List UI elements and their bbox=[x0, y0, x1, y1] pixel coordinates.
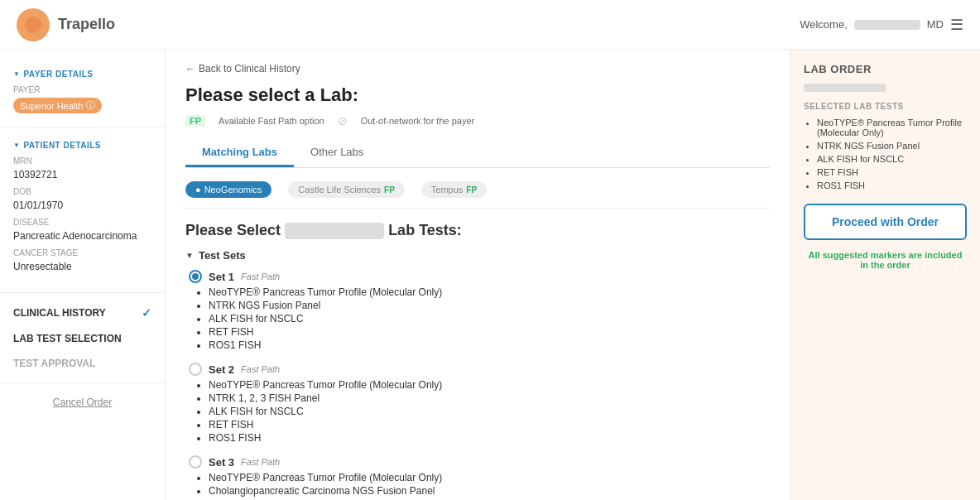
radio-set-1[interactable] bbox=[189, 270, 202, 283]
proceed-order-button[interactable]: Proceed with Order bbox=[804, 204, 967, 240]
tab-other-labs[interactable]: Other Labs bbox=[294, 139, 380, 167]
set-3-tests: NeoTYPE® Pancreas Tumor Profile (Molecul… bbox=[189, 472, 770, 497]
list-item: Cholangiopancreatic Carcinoma NGS Fusion… bbox=[209, 485, 770, 497]
list-item: RET FISH bbox=[209, 326, 770, 338]
expand-icon[interactable]: ▼ bbox=[185, 251, 194, 260]
lab-order-title: LAB ORDER bbox=[804, 63, 967, 75]
divider-1 bbox=[0, 127, 165, 127]
hamburger-icon[interactable]: ☰ bbox=[950, 16, 963, 34]
right-panel: LAB ORDER SELECTED LAB TESTS NeoTYPE® Pa… bbox=[790, 50, 980, 500]
triangle-icon: ▼ bbox=[13, 70, 20, 78]
main-content: ← Back to Clinical History Please select… bbox=[166, 50, 790, 500]
list-item: ALK FISH for NSCLC bbox=[817, 154, 967, 164]
suggestion-note: All suggested markers are included in th… bbox=[804, 250, 967, 270]
fp-indicator-castle: FP bbox=[384, 185, 395, 195]
lab-filter-row: ● NeoGenomics Castle Life Sciences FP Te… bbox=[185, 181, 770, 209]
set-2-name: Set 2 bbox=[209, 363, 234, 376]
check-icon: ✓ bbox=[142, 306, 151, 320]
info-icon: ⓘ bbox=[86, 99, 95, 112]
set-1-fastpath: Fast Path bbox=[241, 272, 280, 281]
logo-icon bbox=[17, 8, 50, 41]
list-item: ROS1 FISH bbox=[817, 180, 967, 190]
page-title: Please select a Lab: bbox=[185, 84, 770, 106]
payer-name-placeholder bbox=[804, 84, 886, 92]
set-2-fastpath: Fast Path bbox=[241, 364, 280, 374]
list-item: NeoTYPE® Pancreas Tumor Profile (Molecul… bbox=[209, 286, 770, 298]
svg-point-0 bbox=[25, 17, 41, 33]
divider-2 bbox=[0, 292, 165, 293]
disease-value: Pancreatic Adenocarcinoma bbox=[13, 230, 151, 242]
mrn-value: 10392721 bbox=[13, 169, 151, 180]
oon-icon: ⊘ bbox=[338, 114, 348, 127]
list-item: NeoTYPE® Pancreas Tumor Profile (Molecul… bbox=[209, 472, 770, 483]
radio-selected-icon: ● bbox=[195, 185, 201, 195]
patient-section-title: ▼ PATIENT DETAILS bbox=[13, 141, 151, 150]
sidebar-item-lab-test-selection[interactable]: LAB TEST SELECTION bbox=[0, 326, 165, 351]
radio-set-3[interactable] bbox=[189, 455, 202, 469]
triangle-icon-2: ▼ bbox=[13, 142, 20, 149]
sidebar-item-test-approval: TEST APPROVAL bbox=[0, 351, 165, 376]
list-item: NTRK NGS Fusion Panel bbox=[209, 300, 770, 311]
list-item: RET FISH bbox=[817, 167, 967, 177]
disease-label: DISEASE bbox=[13, 218, 151, 227]
cancel-order-button[interactable]: Cancel Order bbox=[0, 390, 165, 415]
cancer-stage-label: CANCER STAGE bbox=[13, 248, 151, 257]
fp-indicator-tempus: FP bbox=[466, 185, 477, 195]
header: Trapello Welcome, MD ☰ bbox=[0, 0, 980, 50]
list-item: RET FISH bbox=[209, 419, 770, 430]
radio-set-2[interactable] bbox=[189, 363, 202, 376]
main-layout: ▼ PAYER DETAILS PAYER Superior Health ⓘ … bbox=[0, 50, 980, 500]
selected-tests-label: SELECTED LAB TESTS bbox=[804, 102, 967, 111]
fp-legend-text: Available Fast Path option bbox=[219, 116, 324, 126]
list-item: NeoTYPE® Pancreas Tumor Profile (Molecul… bbox=[817, 118, 967, 137]
divider-3 bbox=[0, 382, 165, 383]
set-2-title-row: Set 2 Fast Path bbox=[189, 363, 770, 376]
cancer-stage-value: Unresectable bbox=[13, 261, 151, 272]
fp-badge: FP bbox=[185, 115, 205, 127]
set-1-tests: NeoTYPE® Pancreas Tumor Profile (Molecul… bbox=[189, 286, 770, 351]
mrn-label: MRN bbox=[13, 156, 151, 166]
dob-label: DOB bbox=[13, 187, 151, 196]
set-1-title-row: Set 1 Fast Path bbox=[189, 270, 770, 283]
list-item: NeoTYPE® Pancreas Tumor Profile (Molecul… bbox=[209, 379, 770, 391]
filter-pill-castle[interactable]: Castle Life Sciences FP bbox=[288, 181, 404, 198]
payer-name: Superior Health bbox=[20, 101, 83, 111]
oon-legend-text: Out-of-network for the payer bbox=[361, 116, 475, 126]
user-role: MD bbox=[927, 18, 944, 31]
set-3-fastpath: Fast Path bbox=[241, 457, 280, 467]
set-item-1: Set 1 Fast Path NeoTYPE® Pancreas Tumor … bbox=[185, 270, 770, 351]
logo-area: Trapello bbox=[17, 8, 115, 41]
header-user-area: Welcome, MD ☰ bbox=[800, 16, 963, 34]
list-item: ROS1 FISH bbox=[209, 339, 770, 351]
sidebar: ▼ PAYER DETAILS PAYER Superior Health ⓘ … bbox=[0, 50, 166, 500]
payer-badge: Superior Health ⓘ bbox=[13, 98, 102, 113]
legend-row: FP Available Fast Path option ⊘ Out-of-n… bbox=[185, 114, 770, 127]
set-3-name: Set 3 bbox=[209, 456, 234, 469]
list-item: NTRK NGS Fusion Panel bbox=[817, 141, 967, 151]
set-3-title-row: Set 3 Fast Path bbox=[189, 455, 770, 469]
payer-section-title: ▼ PAYER DETAILS bbox=[13, 70, 151, 79]
back-link[interactable]: ← Back to Clinical History bbox=[185, 63, 770, 75]
list-item: ROS1 FISH bbox=[209, 432, 770, 444]
back-arrow-icon: ← bbox=[185, 63, 195, 75]
filter-pill-neogenomics[interactable]: ● NeoGenomics bbox=[185, 181, 271, 198]
payer-section: ▼ PAYER DETAILS PAYER Superior Health ⓘ bbox=[0, 63, 165, 120]
sidebar-item-clinical-history[interactable]: CLINICAL HISTORY ✓ bbox=[0, 300, 165, 326]
select-header: Please Select Lab Tests: bbox=[185, 222, 770, 239]
set-1-name: Set 1 bbox=[209, 271, 234, 283]
list-item: ALK FISH for NSCLC bbox=[209, 313, 770, 325]
tab-matching-labs[interactable]: Matching Labs bbox=[185, 139, 294, 167]
payer-label: PAYER bbox=[13, 85, 151, 94]
dob-value: 01/01/1970 bbox=[13, 200, 151, 211]
lab-name-highlight bbox=[285, 223, 384, 239]
user-name-placeholder bbox=[854, 20, 920, 30]
list-item: NTRK 1, 2, 3 FISH Panel bbox=[209, 392, 770, 404]
list-item: ALK FISH for NSCLC bbox=[209, 406, 770, 417]
filter-pill-tempus[interactable]: Tempus FP bbox=[421, 181, 487, 198]
set-item-3: Set 3 Fast Path NeoTYPE® Pancreas Tumor … bbox=[185, 455, 770, 497]
patient-section: ▼ PATIENT DETAILS MRN 10392721 DOB 01/01… bbox=[0, 134, 165, 286]
set-item-2: Set 2 Fast Path NeoTYPE® Pancreas Tumor … bbox=[185, 363, 770, 444]
set-2-tests: NeoTYPE® Pancreas Tumor Profile (Molecul… bbox=[189, 379, 770, 444]
logo-text: Trapello bbox=[58, 16, 115, 33]
test-sets-header: ▼ Test Sets bbox=[185, 249, 770, 262]
